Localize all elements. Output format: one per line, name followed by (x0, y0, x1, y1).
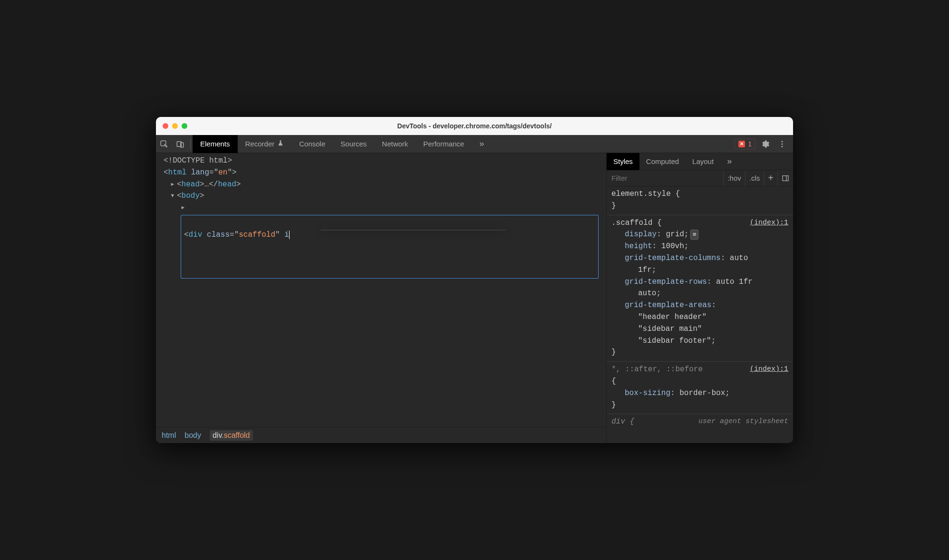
styles-tabs: Styles Computed Layout » (607, 153, 793, 170)
styles-filter-input[interactable] (607, 174, 723, 182)
tab-network[interactable]: Network (374, 135, 416, 153)
window-title: DevTools - developer.chrome.com/tags/dev… (156, 122, 793, 130)
breadcrumb: html body div.scaffold (156, 427, 606, 443)
devtools-window: DevTools - developer.chrome.com/tags/dev… (156, 117, 793, 443)
new-style-rule-button[interactable]: + (764, 170, 777, 186)
styles-filter-row: :hov .cls + (607, 170, 793, 186)
styles-body[interactable]: element.style { } (index):1 .scaffold { … (607, 186, 793, 443)
svg-rect-6 (783, 175, 788, 181)
rule-source-link[interactable]: (index):1 (750, 364, 788, 375)
dom-body-open[interactable]: ▾<body> (160, 190, 602, 202)
grid-badge-icon[interactable]: ⊞ (690, 230, 698, 240)
tab-console[interactable]: Console (291, 135, 333, 153)
main-split: <!DOCTYPE html> <html lang="en"> ▸<head>… (156, 153, 793, 443)
breadcrumb-body[interactable]: body (184, 431, 201, 440)
rule-source-link[interactable]: (index):1 (750, 217, 788, 228)
dom-html-open[interactable]: <html lang="en"> (160, 167, 602, 179)
attribute-autocomplete-popup (321, 230, 505, 231)
ua-stylesheet-label: user agent stylesheet (698, 416, 788, 427)
titlebar: DevTools - developer.chrome.com/tags/dev… (156, 117, 793, 135)
dom-body-child-toggle[interactable]: ▸ (160, 202, 602, 214)
breadcrumb-active[interactable]: div.scaffold (210, 430, 253, 441)
html-edit-box[interactable]: <div class="scaffold" i (181, 215, 599, 279)
settings-icon[interactable] (757, 135, 773, 153)
device-toolbar-icon[interactable] (172, 135, 188, 153)
inspect-element-icon[interactable] (156, 135, 172, 153)
dom-tree[interactable]: <!DOCTYPE html> <html lang="en"> ▸<head>… (156, 153, 606, 427)
tab-layout[interactable]: Layout (686, 153, 720, 170)
tab-performance[interactable]: Performance (416, 135, 472, 153)
rule-universal[interactable]: (index):1 *, ::after, ::before { box-siz… (607, 362, 793, 414)
dom-doctype[interactable]: <!DOCTYPE html> (160, 155, 602, 167)
svg-point-4 (782, 143, 783, 145)
tab-styles[interactable]: Styles (607, 153, 639, 170)
elements-panel: <!DOCTYPE html> <html lang="en"> ▸<head>… (156, 153, 607, 443)
styles-more-tabs[interactable]: » (720, 153, 738, 170)
rule-element-style[interactable]: element.style { } (607, 186, 793, 215)
svg-point-5 (782, 145, 783, 147)
styles-panel: Styles Computed Layout » :hov .cls + ele… (607, 153, 793, 443)
error-icon: ✕ (738, 141, 745, 147)
maximize-window-button[interactable] (182, 123, 187, 129)
computed-sidebar-toggle-icon[interactable] (777, 170, 793, 186)
minimize-window-button[interactable] (172, 123, 178, 129)
flask-icon (277, 140, 284, 148)
tab-elements[interactable]: Elements (193, 135, 238, 153)
tab-sources[interactable]: Sources (333, 135, 374, 153)
svg-point-3 (782, 141, 783, 142)
hov-toggle[interactable]: :hov (723, 170, 745, 186)
toolbar-divider (190, 139, 191, 149)
error-count-badge[interactable]: ✕ 1 (734, 139, 756, 149)
tab-recorder[interactable]: Recorder (238, 135, 292, 153)
tab-computed[interactable]: Computed (639, 153, 686, 170)
rule-scaffold[interactable]: (index):1 .scaffold { display: grid;⊞ he… (607, 215, 793, 362)
dom-head[interactable]: ▸<head>…</head> (160, 179, 602, 191)
kebab-menu-icon[interactable] (774, 135, 790, 153)
close-window-button[interactable] (163, 123, 168, 129)
traffic-lights (163, 123, 187, 129)
main-toolbar: Elements Recorder Console Sources Networ… (156, 135, 793, 153)
cls-toggle[interactable]: .cls (745, 170, 764, 186)
rule-div-ua[interactable]: user agent stylesheet div { (607, 414, 793, 431)
more-tabs-button[interactable]: » (472, 135, 492, 153)
breadcrumb-html[interactable]: html (162, 431, 176, 440)
